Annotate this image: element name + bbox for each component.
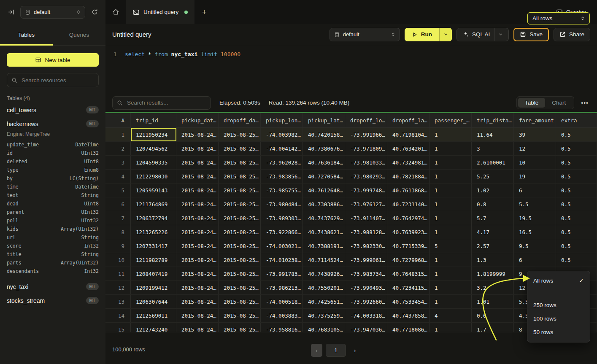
table-cell[interactable]: 40.7612648… [303,183,345,197]
table-cell[interactable]: 2015-08-24… [176,225,219,239]
table-cell[interactable]: 0.5 [556,156,597,169]
save-button[interactable]: Save [513,28,549,41]
column-header[interactable]: fare_amount [514,113,556,127]
table-cell[interactable]: -74.003021… [261,239,303,253]
table-cell[interactable]: 0.5 [556,170,597,183]
table-cell[interactable]: -73.990493… [345,281,387,294]
sidebar-tab-queries[interactable]: Queries [53,24,105,45]
table-cell[interactable]: 2015-08-24… [176,323,219,332]
table-cell[interactable]: 3.2 [472,281,514,294]
table-cell[interactable]: 0.5 [556,211,597,225]
table-cell[interactable]: 40.7380676… [303,142,345,155]
table-cell[interactable]: 40.7388191… [303,239,345,253]
table-cell[interactable]: 40.7425651… [303,295,345,308]
sql-ai-button[interactable]: SQL AI [457,28,509,41]
table-cell[interactable]: 2015-08-25… [219,211,261,225]
table-cell[interactable]: -73.947036… [345,323,387,332]
table-cell[interactable]: 1 [430,197,472,211]
table-cell[interactable]: 0.5 [556,142,597,155]
new-tab-button[interactable]: + [194,0,214,24]
table-cell[interactable]: 0.6 [472,309,514,322]
table-cell[interactable]: 2015-08-25… [219,253,261,267]
table-cell[interactable]: 19 [514,170,556,183]
table-cell[interactable]: 2.6100001 [472,156,514,169]
table-cell[interactable]: 1207331417 [131,239,176,253]
table-cell[interactable]: 1204590335 [131,156,176,169]
table-cell[interactable]: 2015-08-25… [219,281,261,294]
table-cell[interactable]: 1206372794 [131,211,176,225]
table-cell[interactable]: 3 [472,142,514,155]
row-index-cell[interactable]: 6 [105,197,131,211]
sidebar-item-table[interactable]: nyc_taxiMT [0,280,105,294]
sidebar-item-table[interactable]: cell_towersMT [0,103,105,117]
current-page[interactable]: 1 [326,344,346,357]
table-cell[interactable]: 5.25 [472,170,514,183]
sidebar-item-table[interactable]: hackernewsMT [0,117,105,131]
table-cell[interactable]: 5.5 [514,197,556,211]
table-cell[interactable]: -73.976127… [345,197,387,211]
menu-item-100-rows[interactable]: 100 rows [527,312,590,325]
new-table-button[interactable]: New table [7,53,99,67]
run-button[interactable]: Run [405,28,439,41]
table-cell[interactable]: 2015-08-24… [176,309,219,322]
table-cell[interactable]: 40.7634201… [387,142,430,155]
table-cell[interactable]: 1211950234 [131,128,176,141]
table-cell[interactable]: 1 [430,281,472,294]
results-search-input[interactable] [126,99,206,106]
table-cell[interactable]: 40.7715339… [387,239,430,253]
sql-ai-options[interactable] [494,28,503,41]
table-cell[interactable]: 2015-08-25… [219,309,261,322]
table-cell[interactable]: 40.7636184… [303,156,345,169]
table-cell[interactable]: 40.7683105… [303,323,345,332]
table-cell[interactable]: 2015-08-25… [219,267,261,280]
row-index-cell[interactable]: 8 [105,225,131,239]
table-cell[interactable]: 1206307644 [131,295,176,308]
row-index-cell[interactable]: 7 [105,211,131,225]
sidebar-item-table[interactable]: stocks_streamMT [0,294,105,307]
table-cell[interactable]: 2015-08-25… [219,156,261,169]
table-cell[interactable]: 1211982789 [131,253,176,267]
row-index-cell[interactable]: 1 [105,128,131,141]
table-cell[interactable]: 0.5 [556,225,597,239]
table-cell[interactable]: -73.985755… [261,183,303,197]
table-cell[interactable]: -73.999061… [345,253,387,267]
next-page-button[interactable]: › [349,344,360,357]
table-cell[interactable]: -74.000518… [261,295,303,308]
column-header[interactable]: pickup_lon… [261,113,303,127]
column-header[interactable]: trip_dista… [472,113,514,127]
table-cell[interactable]: 1 [430,128,472,141]
table-cell[interactable]: 40.7303886… [303,197,345,211]
share-button[interactable]: Share [554,28,590,41]
table-cell[interactable]: 0.5 [556,183,597,197]
table-cell[interactable]: 2015-08-24… [176,267,219,280]
table-cell[interactable]: 1207494562 [131,142,176,155]
table-cell[interactable]: 2015-08-24… [176,281,219,294]
table-cell[interactable]: -73.981033… [345,156,387,169]
table-cell[interactable]: 0.5 [556,239,597,253]
table-cell[interactable]: 12 [514,142,556,155]
row-index-cell[interactable]: 13 [105,295,131,308]
row-index-cell[interactable]: 5 [105,183,131,197]
table-cell[interactable]: 40.7533454… [387,295,430,308]
table-cell[interactable]: 2015-08-25… [219,170,261,183]
table-cell[interactable]: 1 [430,323,472,332]
table-cell[interactable]: -73.911407… [345,211,387,225]
table-cell[interactable]: 40.7114524… [303,253,345,267]
table-cell[interactable]: 40.7438926… [303,267,345,280]
table-cell[interactable]: -73.982330… [345,239,387,253]
column-header[interactable]: passenger_… [430,113,472,127]
table-cell[interactable]: 2015-08-24… [176,211,219,225]
table-cell[interactable]: 11.64 [472,128,514,141]
table-cell[interactable]: 1 [430,211,472,225]
table-cell[interactable]: 40.7437629… [303,211,345,225]
table-cell[interactable]: 5.7 [472,211,514,225]
table-cell[interactable]: 2.57 [472,239,514,253]
table-cell[interactable]: 0.8 [472,197,514,211]
table-cell[interactable]: 40.7613868… [387,183,430,197]
table-cell[interactable]: 6 [514,253,556,267]
table-cell[interactable]: 40.7821884… [387,170,430,183]
table-cell[interactable]: 1.8199999 [472,267,514,280]
row-index-cell[interactable]: 14 [105,309,131,322]
table-cell[interactable]: 2015-08-25… [219,295,261,308]
table-cell[interactable]: 9.5 [514,239,556,253]
